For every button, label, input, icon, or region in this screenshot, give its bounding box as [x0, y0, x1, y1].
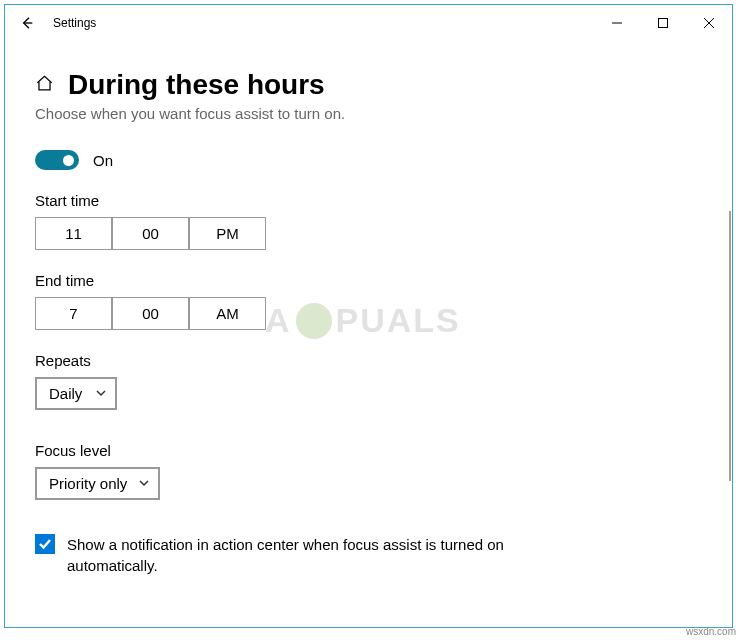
focus-level-dropdown[interactable]: Priority only	[35, 467, 160, 500]
page-title: During these hours	[68, 69, 325, 101]
start-period[interactable]: PM	[189, 217, 266, 250]
settings-window: Settings APUALS During these hours Choos…	[4, 4, 733, 628]
source-watermark: wsxdn.com	[686, 626, 736, 637]
chevron-down-icon	[95, 385, 107, 402]
maximize-button[interactable]	[640, 5, 686, 41]
toggle-label: On	[93, 152, 113, 169]
notification-checkbox-label: Show a notification in action center whe…	[67, 534, 557, 576]
repeats-value: Daily	[49, 385, 82, 402]
end-minute[interactable]: 00	[112, 297, 189, 330]
scrollbar[interactable]	[729, 211, 731, 481]
svg-rect-2	[659, 19, 668, 28]
minimize-button[interactable]	[594, 5, 640, 41]
start-time-label: Start time	[35, 192, 702, 209]
page-header: During these hours	[35, 69, 702, 101]
start-time-picker: 11 00 PM	[35, 217, 702, 250]
back-button[interactable]	[5, 5, 49, 41]
chevron-down-icon	[138, 475, 150, 492]
on-toggle[interactable]	[35, 150, 79, 170]
window-title: Settings	[53, 16, 96, 30]
notification-checkbox-row: Show a notification in action center whe…	[35, 534, 702, 576]
focus-level-label: Focus level	[35, 442, 702, 459]
close-button[interactable]	[686, 5, 732, 41]
start-hour[interactable]: 11	[35, 217, 112, 250]
end-time-label: End time	[35, 272, 702, 289]
toggle-row: On	[35, 150, 702, 170]
end-hour[interactable]: 7	[35, 297, 112, 330]
start-minute[interactable]: 00	[112, 217, 189, 250]
notification-checkbox[interactable]	[35, 534, 55, 554]
page-subtitle: Choose when you want focus assist to tur…	[35, 105, 702, 122]
content-area: APUALS During these hours Choose when yo…	[5, 41, 732, 627]
end-time-picker: 7 00 AM	[35, 297, 702, 330]
window-controls	[594, 5, 732, 41]
repeats-label: Repeats	[35, 352, 702, 369]
end-period[interactable]: AM	[189, 297, 266, 330]
repeats-dropdown[interactable]: Daily	[35, 377, 117, 410]
home-icon[interactable]	[35, 74, 54, 97]
focus-level-value: Priority only	[49, 475, 127, 492]
titlebar: Settings	[5, 5, 732, 41]
